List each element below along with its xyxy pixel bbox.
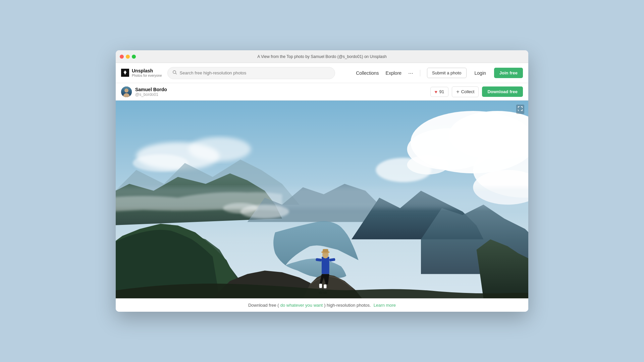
unsplash-logo-icon	[121, 69, 129, 77]
logo-name: Unsplash	[132, 68, 162, 74]
unsplash-svg	[122, 70, 128, 75]
minimize-button[interactable]	[126, 55, 130, 59]
explore-link[interactable]: Explore	[386, 70, 401, 76]
traffic-lights	[120, 55, 136, 59]
like-button[interactable]: ♥ 91	[430, 87, 449, 97]
nav-divider	[420, 70, 420, 76]
download-button[interactable]: Download free	[482, 86, 523, 97]
search-svg	[172, 70, 177, 75]
page-title: A View from the Top photo by Samuel Bord…	[257, 54, 386, 59]
title-bar: A View from the Top photo by Samuel Bord…	[116, 50, 528, 63]
photographer-handle: @s_bordo01	[135, 92, 167, 97]
search-icon	[172, 70, 177, 76]
photo-svg	[116, 101, 528, 298]
search-input[interactable]	[180, 70, 330, 75]
photo-bar: Samuel Bordo @s_bordo01 ♥ 91 + Collect D…	[116, 83, 528, 101]
footer-text-middle: ) high-resolution photos.	[324, 303, 371, 308]
svg-point-4	[188, 137, 251, 161]
logo-tagline: Photos for everyone	[132, 74, 162, 78]
svg-point-0	[173, 71, 175, 73]
like-count: 91	[439, 89, 444, 94]
photographer-info: Samuel Bordo @s_bordo01	[121, 86, 167, 97]
photo-area	[116, 101, 528, 298]
footer-bar: Download free ( do whatever you want ) h…	[116, 298, 528, 312]
expand-icon[interactable]	[516, 105, 524, 114]
photo-actions: ♥ 91 + Collect Download free	[430, 86, 523, 97]
maximize-button[interactable]	[132, 55, 136, 59]
svg-rect-16	[323, 249, 328, 252]
svg-rect-20	[319, 284, 322, 288]
plus-icon: +	[456, 89, 459, 95]
expand-svg	[518, 106, 523, 111]
collect-label: Collect	[461, 89, 475, 94]
avatar[interactable]	[121, 86, 132, 97]
heart-icon: ♥	[435, 89, 437, 95]
browser-content: Unsplash Photos for everyone Collections…	[116, 63, 528, 312]
svg-line-1	[175, 73, 176, 74]
more-menu-button[interactable]: ···	[408, 70, 413, 76]
nav-links: Collections Explore ··· Submit a photo L…	[356, 68, 523, 78]
join-free-button[interactable]: Join free	[494, 68, 523, 78]
search-bar[interactable]	[167, 67, 335, 79]
svg-point-12	[407, 155, 449, 175]
submit-photo-button[interactable]: Submit a photo	[427, 68, 466, 78]
logo-area[interactable]: Unsplash Photos for everyone	[121, 68, 162, 78]
svg-rect-13	[322, 257, 329, 274]
browser-window: A View from the Top photo by Samuel Bord…	[116, 50, 528, 312]
close-button[interactable]	[120, 55, 124, 59]
collect-button[interactable]: + Collect	[452, 86, 479, 97]
footer-text-prefix: Download free (	[248, 303, 279, 308]
svg-rect-27	[116, 187, 528, 208]
photographer-details: Samuel Bordo @s_bordo01	[135, 87, 167, 97]
nav-bar: Unsplash Photos for everyone Collections…	[116, 63, 528, 83]
login-button[interactable]: Login	[473, 70, 487, 76]
photographer-name[interactable]: Samuel Bordo	[135, 87, 167, 92]
learn-more-link[interactable]: Learn more	[374, 303, 396, 308]
svg-rect-22	[324, 285, 326, 288]
do-whatever-link[interactable]: do whatever you want	[280, 303, 323, 308]
avatar-image	[121, 86, 132, 97]
logo-text: Unsplash Photos for everyone	[132, 68, 162, 78]
collections-link[interactable]: Collections	[356, 70, 379, 76]
